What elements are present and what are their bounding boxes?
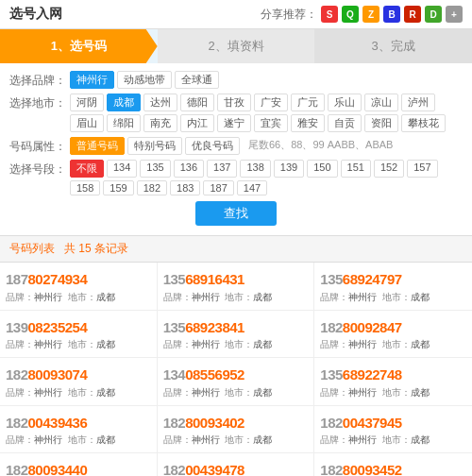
number-cell-11[interactable]: 18200437945 品牌：神州行 地市：成都	[314, 406, 472, 454]
city-tag-guangan[interactable]: 广安	[254, 94, 288, 111]
attr-tag-special[interactable]: 特别号码	[127, 137, 182, 155]
share-section: 分享推荐： S Q Z B R D +	[261, 6, 463, 23]
step-2[interactable]: 2、填资料	[158, 29, 315, 63]
number-cell-13[interactable]: 18200439478 品牌：神州行 地市：成都	[158, 453, 315, 476]
number-cell-12[interactable]: 18280093440 品牌：神州行 地市：成都	[0, 453, 158, 476]
city-tag-chengdu[interactable]: 成都	[107, 94, 141, 111]
number-display-7: 13408556952	[163, 366, 309, 384]
city-tag-meishan[interactable]: 眉山	[70, 114, 104, 132]
number-cell-3[interactable]: 13908235254 品牌：神州行 地市：成都	[0, 311, 158, 359]
city-tag-dazhou[interactable]: 达州	[143, 94, 177, 111]
tail-tag-151[interactable]: 151	[341, 160, 371, 178]
step-3[interactable]: 3、完成	[314, 29, 472, 63]
attr-tag-extra: 尾数66、88、99 AABB、ABAB	[243, 137, 398, 155]
brand-tag-quanqiutong[interactable]: 全球通	[175, 71, 219, 89]
tail-tag-150[interactable]: 150	[307, 160, 337, 178]
result-total-prefix: 共	[64, 242, 76, 255]
tail-tag-182[interactable]: 182	[137, 180, 167, 196]
attr-tag-good[interactable]: 优良号码	[185, 137, 240, 155]
brand-label: 选择品牌：	[9, 71, 66, 89]
brand-tag-donggan[interactable]: 动感地带	[117, 71, 172, 89]
result-total-suffix: 条记录	[94, 242, 128, 255]
number-cell-6[interactable]: 18280093074 品牌：神州行 地市：成都	[0, 358, 158, 406]
tail-tag-152[interactable]: 152	[374, 160, 404, 178]
filter-area: 选择品牌： 神州行 动感地带 全球通 选择地市： 河阴 成都 达州 德阳 甘孜 …	[0, 63, 472, 236]
number-display-14: 18280093452	[320, 461, 466, 476]
attr-tag-normal[interactable]: 普通号码	[70, 137, 125, 155]
city-tag-luzhou[interactable]: 泸州	[401, 94, 435, 111]
brand-tags: 神州行 动感地带 全球通	[70, 71, 463, 89]
city-tag-nanchong[interactable]: 南充	[143, 114, 177, 132]
tail-tag-137[interactable]: 137	[207, 160, 237, 178]
number-display-9: 18200439436	[6, 414, 151, 433]
number-cell-0[interactable]: 18780274934 品牌：神州行 地市：成都	[0, 263, 158, 311]
tail-tag-183[interactable]: 183	[170, 180, 200, 196]
attr-filter-row: 号码属性： 普通号码 特别号码 优良号码 尾数66、88、99 AABB、ABA…	[9, 137, 463, 155]
share-qqzone-icon[interactable]: Z	[362, 6, 379, 23]
number-display-10: 18280093402	[163, 414, 309, 433]
number-cell-10[interactable]: 18280093402 品牌：神州行 地市：成都	[158, 406, 315, 454]
share-more-icon[interactable]: +	[446, 6, 463, 23]
number-display-5: 18280092847	[320, 318, 466, 337]
number-display-8: 13568922748	[320, 366, 466, 384]
tail-tag-159[interactable]: 159	[103, 180, 133, 196]
city-filter-row: 选择地市： 河阴 成都 达州 德阳 甘孜 广安 广元 乐山 凉山 泸州 眉山 绵…	[9, 94, 463, 132]
search-button[interactable]: 查找	[195, 201, 277, 226]
number-display-11: 18200437945	[320, 414, 466, 433]
city-tag-ziyang[interactable]: 资阳	[364, 114, 398, 132]
tail-tags: 不限 134 135 136 137 138 139 150 151 152 1…	[70, 160, 463, 196]
share-sina-icon[interactable]: S	[321, 6, 338, 23]
number-display-3: 13908235254	[6, 318, 151, 337]
number-display-2: 13568924797	[320, 270, 466, 289]
number-cell-4[interactable]: 13568923841 品牌：神州行 地市：成都	[158, 311, 315, 359]
tail-tag-138[interactable]: 138	[240, 160, 270, 178]
city-tag-heyin[interactable]: 河阴	[70, 94, 104, 111]
number-cell-8[interactable]: 13568922748 品牌：神州行 地市：成都	[314, 358, 472, 406]
number-cell-9[interactable]: 18200439436 品牌：神州行 地市：成都	[0, 406, 158, 454]
number-cell-14[interactable]: 18280093452 品牌：神州行 地市：成都	[314, 453, 472, 476]
number-cell-2[interactable]: 13568924797 品牌：神州行 地市：成都	[314, 263, 472, 311]
city-tag-neijang[interactable]: 内江	[180, 114, 214, 132]
tail-tag-187[interactable]: 187	[203, 180, 233, 196]
city-tag-deyang[interactable]: 德阳	[180, 94, 214, 111]
number-display-0: 18780274934	[6, 270, 151, 289]
tail-tag-134[interactable]: 134	[107, 160, 137, 178]
share-renren-icon[interactable]: R	[404, 6, 421, 23]
tail-tag-158[interactable]: 158	[70, 180, 100, 196]
number-cell-1[interactable]: 13568916431 品牌：神州行 地市：成都	[158, 263, 315, 311]
tail-tag-157[interactable]: 157	[407, 160, 437, 178]
steps-bar: 1、选号码 2、填资料 3、完成	[0, 29, 472, 63]
city-tag-panzhihua[interactable]: 攀枝花	[401, 114, 446, 132]
number-display-12: 18280093440	[6, 461, 151, 476]
tail-tag-139[interactable]: 139	[274, 160, 304, 178]
share-baidu-icon[interactable]: B	[383, 6, 400, 23]
step-1[interactable]: 1、选号码	[0, 29, 158, 63]
brand-filter-row: 选择品牌： 神州行 动感地带 全球通	[9, 71, 463, 89]
city-tag-ganzi[interactable]: 甘孜	[217, 94, 251, 111]
tail-tag-147[interactable]: 147	[237, 180, 267, 196]
city-tag-guangyuan[interactable]: 广元	[291, 94, 325, 111]
share-qq-icon[interactable]: Q	[342, 6, 359, 23]
city-tag-yaan[interactable]: 雅安	[291, 114, 325, 132]
city-tag-liangshan[interactable]: 凉山	[364, 94, 398, 111]
brand-tag-shenzhouxing[interactable]: 神州行	[70, 71, 114, 89]
attr-tags: 普通号码 特别号码 优良号码 尾数66、88、99 AABB、ABAB	[70, 137, 463, 155]
tail-label: 选择号段：	[9, 160, 66, 178]
page-title: 选号入网	[9, 6, 62, 23]
page-header: 选号入网 分享推荐： S Q Z B R D +	[0, 0, 472, 29]
attr-label: 号码属性：	[9, 137, 66, 155]
tail-tag-nolimit[interactable]: 不限	[70, 160, 104, 178]
number-cell-5[interactable]: 18280092847 品牌：神州行 地市：成都	[314, 311, 472, 359]
result-total: 15	[78, 242, 91, 255]
city-tag-suining[interactable]: 遂宁	[217, 114, 251, 132]
tail-filter-row: 选择号段： 不限 134 135 136 137 138 139 150 151…	[9, 160, 463, 196]
tail-tag-135[interactable]: 135	[140, 160, 170, 178]
result-list-label: 号码列表	[9, 242, 55, 255]
tail-tag-136[interactable]: 136	[174, 160, 204, 178]
city-tag-leshan[interactable]: 乐山	[328, 94, 362, 111]
city-tag-zigong[interactable]: 自贡	[328, 114, 362, 132]
city-tag-mianyang[interactable]: 绵阳	[107, 114, 141, 132]
number-cell-7[interactable]: 13408556952 品牌：神州行 地市：成都	[158, 358, 315, 406]
share-douban-icon[interactable]: D	[425, 6, 442, 23]
city-tag-yibin[interactable]: 宜宾	[254, 114, 288, 132]
